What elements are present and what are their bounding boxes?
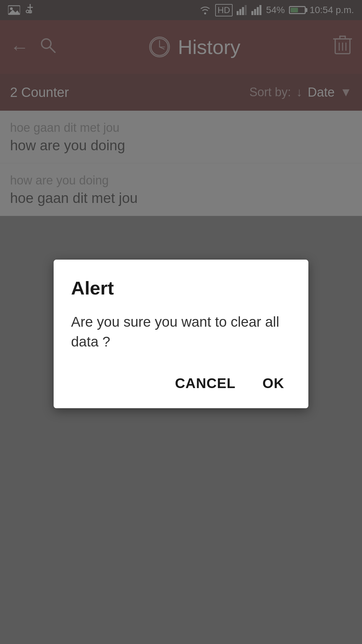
alert-buttons: CANCEL OK xyxy=(71,372,291,395)
alert-title: Alert xyxy=(71,277,291,299)
alert-message: Are you sure you want to clear all data … xyxy=(71,312,291,352)
cancel-button[interactable]: CANCEL xyxy=(168,372,242,395)
alert-dialog: Alert Are you sure you want to clear all… xyxy=(54,260,308,408)
ok-button[interactable]: OK xyxy=(256,372,291,395)
